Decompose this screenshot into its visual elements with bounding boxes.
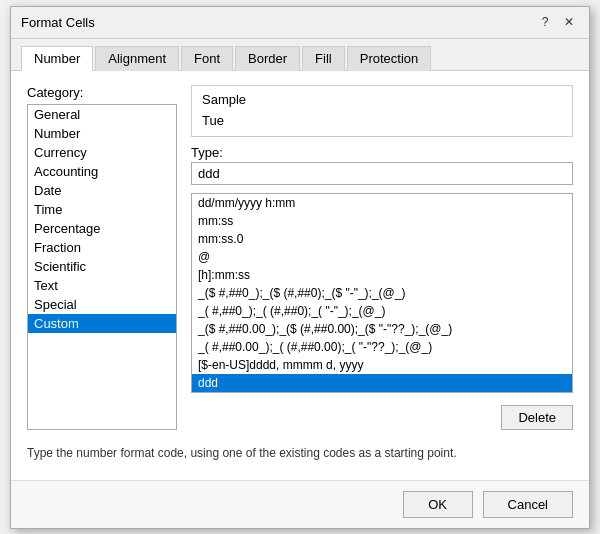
format-item-6[interactable]: _($ #,##0_);_($ (#,##0);_($ "-"_);_(@_) xyxy=(192,284,572,302)
category-item-special[interactable]: Special xyxy=(28,295,176,314)
main-row: Category: General Number Currency Accoun… xyxy=(27,85,573,430)
category-section: Category: General Number Currency Accoun… xyxy=(27,85,177,430)
right-panel: Sample Tue Type: dd/mm/yyyy h:mm mm:ss m… xyxy=(191,85,573,430)
category-item-number[interactable]: Number xyxy=(28,124,176,143)
ok-button[interactable]: OK xyxy=(403,491,473,518)
type-input[interactable] xyxy=(191,162,573,185)
description-text: Type the number format code, using one o… xyxy=(27,440,573,466)
tab-fill[interactable]: Fill xyxy=(302,46,345,71)
delete-button[interactable]: Delete xyxy=(501,405,573,430)
format-item-7[interactable]: _( #,##0_);_( (#,##0);_( "-"_);_(@_) xyxy=(192,302,572,320)
category-item-time[interactable]: Time xyxy=(28,200,176,219)
format-item-8[interactable]: _($ #,##0.00_);_($ (#,##0.00);_($ "-"??_… xyxy=(192,320,572,338)
bottom-buttons: OK Cancel xyxy=(11,480,589,528)
format-item-11[interactable]: ddd xyxy=(192,374,572,392)
format-item-1[interactable]: dd/mm/yyyy h:mm xyxy=(192,194,572,212)
type-section: Type: xyxy=(191,145,573,185)
sample-section: Sample Tue xyxy=(191,85,573,137)
category-item-fraction[interactable]: Fraction xyxy=(28,238,176,257)
help-button[interactable]: ? xyxy=(535,12,555,32)
tab-bar: Number Alignment Font Border Fill Protec… xyxy=(11,39,589,71)
category-item-scientific[interactable]: Scientific xyxy=(28,257,176,276)
category-item-text[interactable]: Text xyxy=(28,276,176,295)
format-item-4[interactable]: @ xyxy=(192,248,572,266)
format-item-2[interactable]: mm:ss xyxy=(192,212,572,230)
category-item-custom[interactable]: Custom xyxy=(28,314,176,333)
tab-border[interactable]: Border xyxy=(235,46,300,71)
category-label: Category: xyxy=(27,85,177,100)
tab-number[interactable]: Number xyxy=(21,46,93,71)
sample-value: Tue xyxy=(202,111,562,130)
category-item-accounting[interactable]: Accounting xyxy=(28,162,176,181)
close-button[interactable]: ✕ xyxy=(559,12,579,32)
delete-row: Delete xyxy=(191,405,573,430)
format-item-3[interactable]: mm:ss.0 xyxy=(192,230,572,248)
format-list-container: dd/mm/yyyy h:mm mm:ss mm:ss.0 @ [h]:mm:s… xyxy=(191,193,573,393)
format-item-9[interactable]: _( #,##0.00_);_( (#,##0.00);_( "-"??_);_… xyxy=(192,338,572,356)
type-label: Type: xyxy=(191,145,573,160)
format-item-10[interactable]: [$-en-US]dddd, mmmm d, yyyy xyxy=(192,356,572,374)
tab-font[interactable]: Font xyxy=(181,46,233,71)
tab-content: Category: General Number Currency Accoun… xyxy=(11,71,589,480)
tab-protection[interactable]: Protection xyxy=(347,46,432,71)
tab-alignment[interactable]: Alignment xyxy=(95,46,179,71)
format-list[interactable]: dd/mm/yyyy h:mm mm:ss mm:ss.0 @ [h]:mm:s… xyxy=(191,193,573,393)
category-item-date[interactable]: Date xyxy=(28,181,176,200)
format-cells-dialog: Format Cells ? ✕ Number Alignment Font B… xyxy=(10,6,590,529)
cancel-button[interactable]: Cancel xyxy=(483,491,573,518)
sample-label: Sample xyxy=(202,92,562,107)
category-list[interactable]: General Number Currency Accounting Date … xyxy=(27,104,177,430)
format-item-5[interactable]: [h]:mm:ss xyxy=(192,266,572,284)
title-bar-controls: ? ✕ xyxy=(535,12,579,32)
category-item-currency[interactable]: Currency xyxy=(28,143,176,162)
dialog-title: Format Cells xyxy=(21,15,95,30)
category-item-percentage[interactable]: Percentage xyxy=(28,219,176,238)
title-bar: Format Cells ? ✕ xyxy=(11,7,589,39)
category-item-general[interactable]: General xyxy=(28,105,176,124)
